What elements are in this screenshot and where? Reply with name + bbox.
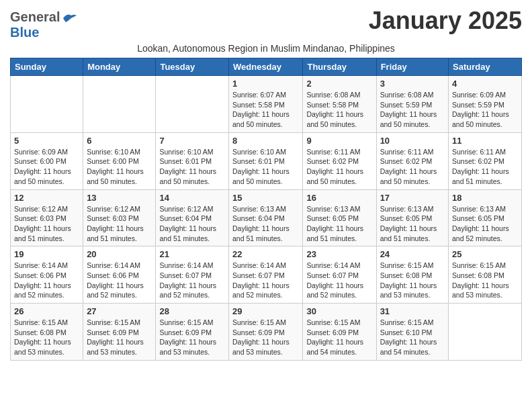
day-number: 12 bbox=[14, 193, 79, 203]
calendar-week-1: 1Sunrise: 6:07 AMSunset: 5:58 PMDaylight… bbox=[11, 76, 522, 133]
day-info: Sunrise: 6:07 AMSunset: 5:58 PMDaylight:… bbox=[232, 90, 299, 130]
day-info: Sunrise: 6:15 AMSunset: 6:09 PMDaylight:… bbox=[87, 318, 152, 357]
day-number: 18 bbox=[452, 193, 518, 203]
day-number: 28 bbox=[159, 306, 225, 316]
calendar-cell: 11Sunrise: 6:11 AMSunset: 6:02 PMDayligh… bbox=[449, 132, 522, 189]
day-number: 16 bbox=[306, 193, 372, 203]
day-number: 13 bbox=[87, 193, 152, 203]
subtitle: Lookan, Autonomous Region in Muslim Mind… bbox=[10, 43, 522, 54]
logo-blue-text: Blue bbox=[10, 25, 39, 40]
calendar-cell: 20Sunrise: 6:14 AMSunset: 6:06 PMDayligh… bbox=[83, 246, 156, 304]
day-info: Sunrise: 6:15 AMSunset: 6:09 PMDaylight:… bbox=[306, 318, 372, 357]
day-info: Sunrise: 6:15 AMSunset: 6:08 PMDaylight:… bbox=[452, 261, 518, 300]
calendar-cell: 25Sunrise: 6:15 AMSunset: 6:08 PMDayligh… bbox=[449, 246, 522, 304]
day-info: Sunrise: 6:09 AMSunset: 5:59 PMDaylight:… bbox=[452, 90, 518, 130]
day-number: 26 bbox=[14, 306, 79, 316]
logo-general-text: General bbox=[10, 9, 60, 25]
day-number: 22 bbox=[232, 249, 299, 259]
day-info: Sunrise: 6:08 AMSunset: 5:59 PMDaylight:… bbox=[380, 90, 445, 130]
calendar-cell: 21Sunrise: 6:14 AMSunset: 6:07 PMDayligh… bbox=[156, 246, 229, 304]
day-number: 30 bbox=[306, 306, 372, 316]
day-number: 29 bbox=[232, 306, 299, 316]
header-monday: Monday bbox=[83, 58, 156, 76]
day-number: 10 bbox=[380, 136, 445, 146]
calendar-week-5: 26Sunrise: 6:15 AMSunset: 6:08 PMDayligh… bbox=[11, 304, 522, 361]
calendar-cell: 5Sunrise: 6:09 AMSunset: 6:00 PMDaylight… bbox=[11, 132, 83, 189]
calendar-cell: 1Sunrise: 6:07 AMSunset: 5:58 PMDaylight… bbox=[229, 76, 303, 133]
day-number: 25 bbox=[452, 249, 518, 259]
calendar-header-row: Sunday Monday Tuesday Wednesday Thursday… bbox=[11, 58, 522, 76]
day-info: Sunrise: 6:14 AMSunset: 6:06 PMDaylight:… bbox=[14, 261, 79, 300]
header-wednesday: Wednesday bbox=[229, 58, 303, 76]
day-number: 5 bbox=[14, 136, 79, 146]
calendar-cell: 22Sunrise: 6:14 AMSunset: 6:07 PMDayligh… bbox=[229, 246, 303, 304]
calendar-week-4: 19Sunrise: 6:14 AMSunset: 6:06 PMDayligh… bbox=[11, 246, 522, 304]
day-info: Sunrise: 6:13 AMSunset: 6:05 PMDaylight:… bbox=[306, 204, 372, 244]
day-number: 6 bbox=[87, 136, 152, 146]
day-number: 8 bbox=[232, 136, 299, 146]
day-info: Sunrise: 6:15 AMSunset: 6:09 PMDaylight:… bbox=[232, 318, 299, 357]
day-number: 1 bbox=[232, 79, 299, 89]
day-info: Sunrise: 6:11 AMSunset: 6:02 PMDaylight:… bbox=[380, 147, 445, 187]
day-number: 15 bbox=[232, 193, 299, 203]
calendar-cell: 26Sunrise: 6:15 AMSunset: 6:08 PMDayligh… bbox=[11, 304, 83, 361]
calendar-cell: 10Sunrise: 6:11 AMSunset: 6:02 PMDayligh… bbox=[376, 132, 448, 189]
calendar-cell: 31Sunrise: 6:15 AMSunset: 6:10 PMDayligh… bbox=[376, 304, 448, 361]
calendar-cell: 9Sunrise: 6:11 AMSunset: 6:02 PMDaylight… bbox=[303, 132, 376, 189]
day-number: 31 bbox=[380, 306, 445, 316]
calendar-cell: 6Sunrise: 6:10 AMSunset: 6:00 PMDaylight… bbox=[83, 132, 156, 189]
day-number: 27 bbox=[87, 306, 152, 316]
day-info: Sunrise: 6:12 AMSunset: 6:03 PMDaylight:… bbox=[87, 204, 152, 244]
day-number: 24 bbox=[380, 249, 445, 259]
day-info: Sunrise: 6:10 AMSunset: 6:01 PMDaylight:… bbox=[232, 147, 299, 187]
day-number: 11 bbox=[452, 136, 518, 146]
logo-bird-icon bbox=[62, 13, 77, 24]
calendar-cell: 2Sunrise: 6:08 AMSunset: 5:58 PMDaylight… bbox=[303, 76, 376, 133]
day-number: 17 bbox=[380, 193, 445, 203]
calendar-cell bbox=[11, 76, 83, 133]
logo: General Blue bbox=[10, 9, 77, 40]
day-info: Sunrise: 6:15 AMSunset: 6:09 PMDaylight:… bbox=[159, 318, 225, 357]
day-number: 20 bbox=[87, 249, 152, 259]
calendar-cell bbox=[156, 76, 229, 133]
calendar-cell: 30Sunrise: 6:15 AMSunset: 6:09 PMDayligh… bbox=[303, 304, 376, 361]
calendar-week-2: 5Sunrise: 6:09 AMSunset: 6:00 PMDaylight… bbox=[11, 132, 522, 189]
day-info: Sunrise: 6:08 AMSunset: 5:58 PMDaylight:… bbox=[306, 90, 372, 130]
month-title: January 2025 bbox=[369, 7, 522, 35]
day-number: 23 bbox=[306, 249, 372, 259]
day-number: 21 bbox=[159, 249, 225, 259]
calendar-table: Sunday Monday Tuesday Wednesday Thursday… bbox=[10, 58, 522, 361]
day-info: Sunrise: 6:15 AMSunset: 6:10 PMDaylight:… bbox=[380, 318, 445, 357]
calendar-cell: 3Sunrise: 6:08 AMSunset: 5:59 PMDaylight… bbox=[376, 76, 448, 133]
day-info: Sunrise: 6:14 AMSunset: 6:07 PMDaylight:… bbox=[232, 261, 299, 300]
day-number: 19 bbox=[14, 249, 79, 259]
calendar-cell: 17Sunrise: 6:13 AMSunset: 6:05 PMDayligh… bbox=[376, 189, 448, 246]
day-number: 9 bbox=[306, 136, 372, 146]
calendar-cell: 27Sunrise: 6:15 AMSunset: 6:09 PMDayligh… bbox=[83, 304, 156, 361]
day-info: Sunrise: 6:12 AMSunset: 6:03 PMDaylight:… bbox=[14, 204, 79, 244]
day-info: Sunrise: 6:14 AMSunset: 6:07 PMDaylight:… bbox=[306, 261, 372, 300]
calendar-cell: 18Sunrise: 6:13 AMSunset: 6:05 PMDayligh… bbox=[449, 189, 522, 246]
calendar-cell: 8Sunrise: 6:10 AMSunset: 6:01 PMDaylight… bbox=[229, 132, 303, 189]
calendar-cell: 12Sunrise: 6:12 AMSunset: 6:03 PMDayligh… bbox=[11, 189, 83, 246]
calendar-cell bbox=[83, 76, 156, 133]
header-sunday: Sunday bbox=[11, 58, 83, 76]
header-thursday: Thursday bbox=[303, 58, 376, 76]
day-info: Sunrise: 6:09 AMSunset: 6:00 PMDaylight:… bbox=[14, 147, 79, 187]
day-info: Sunrise: 6:13 AMSunset: 6:05 PMDaylight:… bbox=[452, 204, 518, 244]
day-info: Sunrise: 6:14 AMSunset: 6:06 PMDaylight:… bbox=[87, 261, 152, 300]
day-info: Sunrise: 6:15 AMSunset: 6:08 PMDaylight:… bbox=[14, 318, 79, 357]
calendar-cell: 24Sunrise: 6:15 AMSunset: 6:08 PMDayligh… bbox=[376, 246, 448, 304]
calendar-week-3: 12Sunrise: 6:12 AMSunset: 6:03 PMDayligh… bbox=[11, 189, 522, 246]
day-info: Sunrise: 6:11 AMSunset: 6:02 PMDaylight:… bbox=[452, 147, 518, 187]
calendar-cell: 13Sunrise: 6:12 AMSunset: 6:03 PMDayligh… bbox=[83, 189, 156, 246]
day-number: 4 bbox=[452, 79, 518, 89]
day-info: Sunrise: 6:15 AMSunset: 6:08 PMDaylight:… bbox=[380, 261, 445, 300]
calendar-cell: 19Sunrise: 6:14 AMSunset: 6:06 PMDayligh… bbox=[11, 246, 83, 304]
calendar-cell: 4Sunrise: 6:09 AMSunset: 5:59 PMDaylight… bbox=[449, 76, 522, 133]
calendar-cell: 15Sunrise: 6:13 AMSunset: 6:04 PMDayligh… bbox=[229, 189, 303, 246]
day-info: Sunrise: 6:13 AMSunset: 6:04 PMDaylight:… bbox=[232, 204, 299, 244]
calendar-cell: 16Sunrise: 6:13 AMSunset: 6:05 PMDayligh… bbox=[303, 189, 376, 246]
header-tuesday: Tuesday bbox=[156, 58, 229, 76]
calendar-cell: 29Sunrise: 6:15 AMSunset: 6:09 PMDayligh… bbox=[229, 304, 303, 361]
